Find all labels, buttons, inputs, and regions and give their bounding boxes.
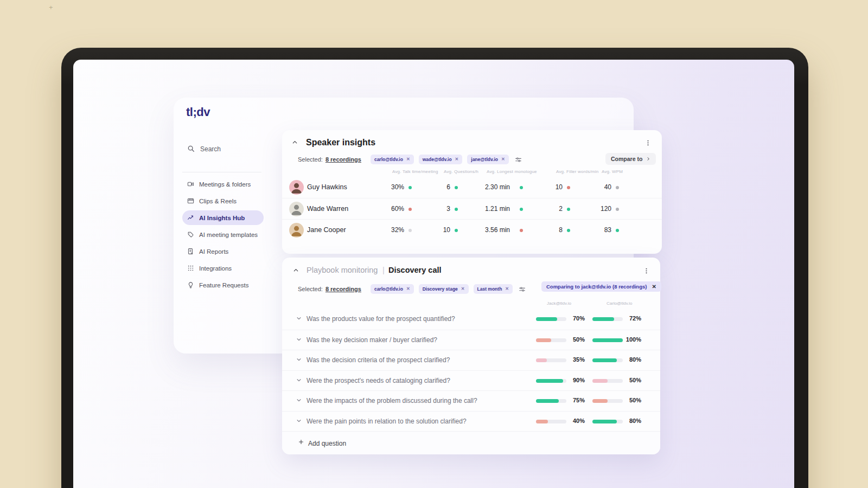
- sidebar-item-ai-insights-hub[interactable]: AI Insights Hub: [182, 210, 264, 225]
- playbook-kebab-menu-icon[interactable]: [642, 266, 651, 276]
- filter-chip-carlo-tldv-io[interactable]: carlo@tldv.io✕: [371, 284, 414, 294]
- progress-percent: 100%: [613, 336, 641, 343]
- compare-column-carlo: Carlo@tldv.io: [607, 301, 633, 306]
- progress-percent: 50%: [613, 377, 641, 383]
- sidebar-item-label: Clips & Reels: [199, 198, 237, 204]
- question-row[interactable]: Was the decision criteria of the prospec…: [282, 350, 660, 370]
- playbook-filter-row: Selected: 8 recordings carlo@tldv.io✕Dis…: [298, 284, 526, 294]
- question-row[interactable]: Was the products value for the prospect …: [282, 309, 660, 329]
- speaker-row-wade-warren[interactable]: Wade Warren60%31.21 min2120: [282, 198, 662, 219]
- progress-percent: 80%: [613, 418, 641, 424]
- close-icon[interactable]: ✕: [501, 157, 505, 162]
- chevron-down-icon[interactable]: [296, 316, 302, 321]
- progress-percent: 35%: [557, 356, 585, 363]
- question-text: Were the prospect's needs of cataloging …: [307, 377, 450, 384]
- question-text: Were the impacts of the problem discusse…: [307, 397, 477, 404]
- collapse-playbook-chevron-up-icon[interactable]: [293, 267, 299, 273]
- avatar: [289, 180, 304, 195]
- question-text: Was the decision criteria of the prospec…: [307, 356, 450, 364]
- progress-bar-fill: [536, 420, 548, 423]
- search-icon: [187, 145, 195, 154]
- sidebar-item-meetings-folders[interactable]: Meetings & folders: [182, 177, 264, 191]
- sidebar-item-integrations[interactable]: Integrations: [182, 261, 264, 275]
- avatar: [289, 223, 304, 237]
- filter-chip-discovery-stage[interactable]: Discovery stage✕: [419, 284, 469, 294]
- filter-sliders-icon[interactable]: [515, 156, 522, 163]
- column-header: Avg. Questions/h: [444, 169, 478, 174]
- sidebar-item-label: AI meeting templates: [199, 232, 258, 238]
- progress-bar-fill: [536, 317, 557, 321]
- collapse-speaker-insights-chevron-up-icon[interactable]: [292, 139, 298, 145]
- chip-label: Discovery stage: [423, 286, 458, 292]
- question-row[interactable]: Was the key decision maker / buyer clari…: [282, 330, 660, 350]
- close-icon[interactable]: ✕: [406, 157, 410, 162]
- close-icon[interactable]: ✕: [461, 287, 465, 291]
- compare-column-jack: Jack@tldv.io: [547, 301, 571, 306]
- sidebar-item-feature-requests[interactable]: Feature Requests: [182, 278, 264, 292]
- filter-chip-last-month[interactable]: Last month✕: [474, 284, 513, 294]
- search-button[interactable]: Search: [184, 142, 224, 156]
- sidebar-item-label: AI Reports: [199, 248, 228, 255]
- progress-bar-fill: [536, 399, 559, 403]
- close-icon[interactable]: ✕: [455, 157, 459, 162]
- metric-value: 40: [568, 183, 611, 191]
- sidebar-item-ai-meeting-templates[interactable]: AI meeting templates: [182, 227, 264, 242]
- comparing-to-badge[interactable]: Comparing to jack@tldv.io (8 recordings)…: [541, 281, 661, 292]
- speaker-chips: carlo@tldv.io✕wade@tldv.io✕jane@tldv.io✕: [371, 155, 509, 164]
- add-question-label: Add question: [308, 440, 346, 447]
- playbook-monitoring-label: Playbook monitoring: [307, 266, 378, 274]
- status-dot-gray: [616, 186, 619, 189]
- question-text: Was the products value for the prospect …: [307, 315, 455, 323]
- filter-chip-wade-tldv-io[interactable]: wade@tldv.io✕: [419, 155, 463, 164]
- sidebar-divider: [182, 172, 261, 172]
- playbook-monitoring-card: Playbook monitoring | Discovery call Sel…: [282, 258, 660, 454]
- progress-percent: 90%: [557, 377, 585, 383]
- speaker-row-guy-hawkins[interactable]: Guy Hawkins30%62.30 min1040: [282, 177, 662, 198]
- laptop-frame: tl;dv Search Meetings & foldersClips & R…: [61, 48, 808, 488]
- add-question-button[interactable]: Add question: [282, 431, 660, 454]
- metric-value: 3.56 min: [467, 226, 510, 234]
- close-icon[interactable]: ✕: [652, 284, 656, 290]
- question-row[interactable]: Were the prospect's needs of cataloging …: [282, 370, 660, 390]
- progress-percent: 50%: [557, 336, 585, 343]
- sidebar-item-ai-reports[interactable]: AI Reports: [182, 244, 264, 259]
- question-text: Were the pain points in relation to the …: [307, 418, 467, 425]
- wallpaper-plus-decoration: +: [49, 3, 53, 11]
- progress-bar-fill: [592, 399, 608, 403]
- close-icon[interactable]: ✕: [505, 287, 509, 291]
- chip-label: wade@tldv.io: [423, 157, 452, 162]
- filter-chip-jane-tldv-io[interactable]: jane@tldv.io✕: [467, 155, 508, 164]
- chevron-down-icon[interactable]: [296, 418, 302, 423]
- question-row[interactable]: Were the impacts of the problem discusse…: [282, 390, 660, 410]
- plus-icon: [298, 439, 304, 445]
- avatar: [289, 202, 304, 216]
- speaker-row-jane-cooper[interactable]: Jane Cooper32%103.56 min883: [282, 219, 662, 240]
- speaker-insights-title: Speaker insights: [306, 138, 375, 147]
- sidebar-item-clips-reels[interactable]: Clips & Reels: [182, 194, 264, 208]
- chevron-down-icon[interactable]: [296, 337, 302, 342]
- chevron-down-icon[interactable]: [296, 377, 302, 383]
- title-pipe-separator: |: [382, 266, 385, 274]
- speaker-name: Jane Cooper: [307, 226, 346, 234]
- compare-to-button[interactable]: Compare to: [605, 153, 656, 165]
- selected-recordings-link[interactable]: 8 recordings: [326, 286, 361, 292]
- metric-value: 60%: [361, 205, 404, 213]
- speaker-name: Wade Warren: [307, 205, 348, 213]
- chevron-down-icon[interactable]: [296, 357, 302, 362]
- question-row[interactable]: Were the pain points in relation to the …: [282, 411, 660, 431]
- selected-label: Selected:: [298, 156, 323, 163]
- metric-value: 30%: [361, 183, 404, 191]
- discovery-call-title: Discovery call: [388, 266, 442, 274]
- status-dot-green: [616, 229, 619, 232]
- column-header: Avg. Talk time/meeting: [392, 169, 438, 174]
- speaker-insights-kebab-menu-icon[interactable]: [643, 138, 653, 148]
- close-icon[interactable]: ✕: [406, 287, 410, 291]
- trend-chart-icon: [187, 214, 194, 221]
- selected-recordings-link[interactable]: 8 recordings: [326, 156, 361, 163]
- filter-sliders-icon[interactable]: [519, 286, 526, 293]
- sidebar-item-label: Meetings & folders: [199, 181, 251, 188]
- progress-percent: 80%: [613, 356, 641, 363]
- status-dot-green: [455, 186, 458, 189]
- chevron-down-icon[interactable]: [296, 397, 302, 403]
- filter-chip-carlo-tldv-io[interactable]: carlo@tldv.io✕: [371, 155, 414, 164]
